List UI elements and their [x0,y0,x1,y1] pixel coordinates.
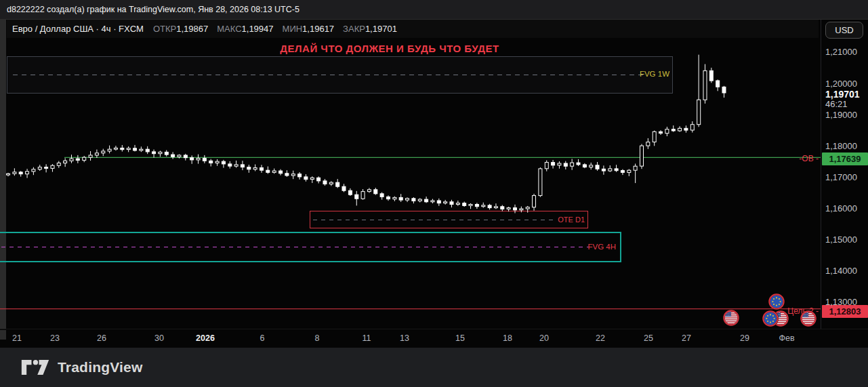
time-tick-label: 6 [246,333,278,343]
symbol-header-bar: Евро / Доллар США · 4ч · FXCM ОТКР1,1986… [7,20,819,38]
time-tick-label: 18 [491,333,524,343]
time-tick-label: 27 [670,333,703,343]
time-tick-label: Фев [770,333,803,343]
us-flag-icon[interactable] [722,309,740,327]
time-tick-label: 2026 [189,333,222,343]
high-label: МАКС [217,24,241,34]
chart-region: FVG 1W OTE D1 FVG 4H Евро / Доллар США ·… [0,19,868,329]
time-tick-label: 23 [39,333,71,343]
ob-line-label: -OB - [777,154,819,163]
price-tick-label: 1,16000 [825,204,857,213]
bar-countdown: 46:21 [825,99,848,109]
time-tick-label: 25 [632,333,665,343]
open-value: 1,19867 [176,24,208,34]
time-tick-label: 20 [528,333,560,343]
price-tick-label: 1,19000 [825,110,857,120]
close-value: 1,19701 [365,24,397,34]
eu-flag-icon[interactable] [768,293,785,310]
price-tick-label: 1,21000 [825,47,857,57]
time-tick-label: 15 [444,333,476,343]
current-price-label: 1,19701 [825,89,860,100]
attribution-bar: d8222222 создал(а) график на TradingView… [0,0,868,19]
high-value: 1,19947 [242,24,274,34]
tradingview-wordmark: TradingView [58,359,143,375]
open-label: ОТКР [153,24,176,34]
time-tick-label: 21 [1,333,33,343]
time-tick-label: 8 [301,333,333,343]
footer-bar: TradingView [0,348,868,387]
price-tick-label: 1,15000 [825,235,857,245]
price-tick-label: 1,13000 [825,298,857,307]
price-tick-label: 1,14000 [825,266,857,276]
candlestick-chart-canvas[interactable] [0,20,868,329]
time-tick-label: 11 [350,333,383,343]
us-flag-icon[interactable] [800,310,817,327]
attribution-text: d8222222 создал(а) график на TradingView… [7,5,299,14]
price-tick-label: 1,18000 [825,142,857,151]
time-tick-label: 13 [388,333,421,343]
ohlc-values: ОТКР1,19867 МАКС1,19947 МИН1,19617 ЗАКР1… [153,24,397,34]
ob-price-tag: 1,17639 [822,152,868,165]
tradingview-snapshot: d8222222 создал(а) график на TradingView… [0,0,868,387]
price-tick-label: 1,17000 [825,173,857,182]
low-value: 1,19617 [302,24,334,34]
time-axis[interactable]: 21232630202668111315182022252729Фев [0,329,868,348]
time-tick-label: 29 [728,333,761,343]
quote-text: ДЕЛАЙ ЧТО ДОЛЖЕН И БУДЬ ЧТО БУДЕТ [0,43,779,54]
low-label: МИН [283,24,303,34]
close-label: ЗАКР [343,24,365,34]
time-tick-label: 26 [85,333,118,343]
price-tick-label: 1,20000 [825,79,857,89]
symbol-title: Евро / Доллар США · 4ч · FXCM [12,24,144,34]
time-tick-label: 22 [584,333,617,343]
time-tick-label: 30 [143,333,175,343]
tradingview-logo-icon [20,358,50,377]
price-axis-separator [821,20,821,329]
currency-toggle-button[interactable]: USD [825,22,863,39]
eu-flag-icon[interactable] [762,310,779,327]
